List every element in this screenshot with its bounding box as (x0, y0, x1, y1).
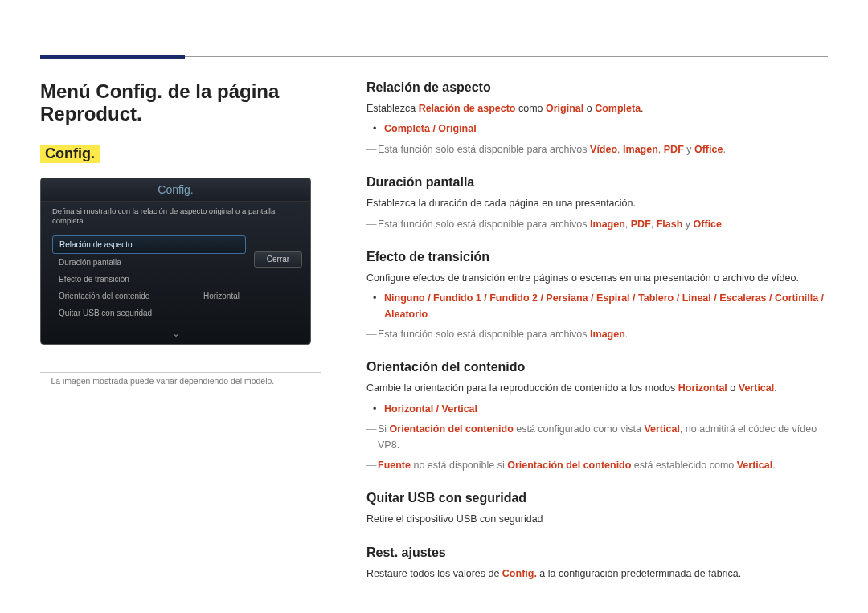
mock-item-aspect[interactable]: Relación de aspecto (52, 235, 246, 254)
text: o (583, 103, 595, 114)
keyword: Vertical (739, 382, 774, 394)
heading-usb: Quitar USB con seguridad (366, 491, 828, 505)
text: Esta función solo está disponible para a… (378, 144, 590, 155)
body-usb: Retire el dispositivo USB con seguridad (366, 512, 828, 527)
mock-item-value: Horizontal (203, 292, 240, 300)
body-transition: Configure efectos de transición entre pá… (366, 271, 828, 286)
mock-close-button[interactable]: Cerrar (254, 251, 302, 268)
mock-item-orientation[interactable]: Orientación del contenido Horizontal (52, 288, 246, 304)
mock-item-label: Quitar USB con seguridad (59, 309, 152, 317)
note-aspect: Esta función solo está disponible para a… (366, 142, 828, 157)
mock-item-label: Efecto de transición (59, 275, 129, 284)
heading-orientation: Orientación del contenido (366, 360, 828, 374)
config-dialog-mockup: Config. Defina si mostrarlo con la relac… (40, 178, 311, 345)
text: Si (378, 423, 390, 435)
text: está establecido como (631, 460, 736, 471)
mock-item-label: Orientación del contenido (59, 292, 149, 300)
keyword: Imagen (623, 144, 658, 155)
text: o (727, 382, 739, 394)
keyword: Office (694, 219, 722, 230)
mock-title: Config. (41, 178, 310, 202)
text: Restaure todos los valores de (366, 568, 502, 579)
body-duration: Establezca la duración de cada página en… (366, 196, 828, 211)
text: . (625, 329, 628, 340)
text: está configurado como vista (514, 423, 645, 435)
mock-item-duration[interactable]: Duración pantalla (52, 254, 246, 271)
options-transition: Ninguno / Fundido 1 / Fundido 2 / Persia… (366, 291, 828, 322)
keyword: Config. (502, 568, 537, 579)
mock-help-text: Defina si mostrarlo con la relación de a… (41, 202, 310, 234)
keyword: Vertical (644, 423, 679, 435)
body-aspect: Establezca Relación de aspecto como Orig… (366, 101, 828, 116)
keyword: Fuente (378, 460, 411, 471)
text: , (658, 144, 664, 155)
text: a la configuración predeterminada de fáb… (537, 568, 741, 579)
text: Establezca (366, 103, 419, 114)
text: , (625, 219, 631, 230)
heading-reset: Rest. ajustes (366, 546, 828, 560)
text: y (682, 219, 693, 230)
keyword: Orientación del contenido (507, 460, 631, 471)
heading-duration: Duración pantalla (366, 175, 828, 190)
options-orientation: Horizontal / Vertical (366, 402, 828, 417)
keyword: Orientación del contenido (390, 423, 514, 435)
mock-item-label: Duración pantalla (59, 258, 121, 267)
keyword: Office (694, 144, 723, 155)
text: Esta función solo está disponible para a… (378, 329, 590, 340)
chevron-down-icon[interactable]: ⌄ (41, 328, 310, 344)
image-vary-note: La imagen mostrada puede variar dependie… (40, 372, 321, 386)
text: . (774, 382, 776, 394)
heading-aspect: Relación de aspecto (366, 80, 828, 95)
note-orientation-2: Fuente no está disponible si Orientación… (366, 458, 828, 473)
body-reset: Restaure todos los valores de Config. a … (366, 566, 828, 582)
text: . (723, 144, 725, 155)
mock-list: Relación de aspecto Duración pantalla Ef… (52, 235, 246, 321)
page-title: Menú Config. de la página Reproduct. (40, 80, 321, 125)
mock-body: Relación de aspecto Duración pantalla Ef… (41, 234, 310, 328)
note-orientation-1: Si Orientación del contenido está config… (366, 422, 828, 453)
text: . (641, 103, 643, 114)
text: . (722, 219, 724, 230)
sub-heading-config: Config. (40, 145, 100, 163)
left-column: Menú Config. de la página Reproduct. Con… (40, 80, 321, 586)
text: , (651, 219, 657, 230)
note-transition: Esta función solo está disponible para a… (366, 327, 828, 342)
text: no está disponible si (411, 460, 507, 471)
keyword: Flash (657, 219, 683, 230)
page-columns: Menú Config. de la página Reproduct. Con… (40, 80, 828, 586)
keyword: PDF (664, 144, 684, 155)
mock-item-usb[interactable]: Quitar USB con seguridad (52, 304, 246, 321)
body-orientation: Cambie la orientación para la reproducci… (366, 381, 828, 396)
text: como (516, 103, 547, 114)
keyword: Relación de aspecto (419, 103, 516, 114)
mock-item-transition[interactable]: Efecto de transición (52, 271, 246, 288)
keyword: PDF (631, 219, 651, 230)
text: . (772, 460, 775, 471)
keyword: Vertical (737, 460, 772, 471)
top-rule-accent (40, 55, 185, 59)
right-column: Relación de aspecto Establezca Relación … (366, 80, 828, 586)
keyword: Imagen (590, 219, 625, 230)
keyword: Horizontal (678, 382, 727, 394)
keyword: Original (546, 103, 583, 114)
note-duration: Esta función solo está disponible para a… (366, 217, 828, 232)
keyword: Completa (595, 103, 641, 114)
heading-transition: Efecto de transición (366, 250, 828, 264)
options-aspect: Completa / Original (366, 121, 828, 137)
text: y (684, 144, 694, 155)
text: Esta función solo está disponible para a… (378, 219, 590, 230)
text: Cambie la orientación para la reproducci… (366, 382, 678, 394)
mock-item-label: Relación de aspecto (59, 240, 133, 249)
keyword: Imagen (590, 329, 625, 340)
keyword: Vídeo (590, 144, 617, 155)
text: , (617, 144, 623, 155)
